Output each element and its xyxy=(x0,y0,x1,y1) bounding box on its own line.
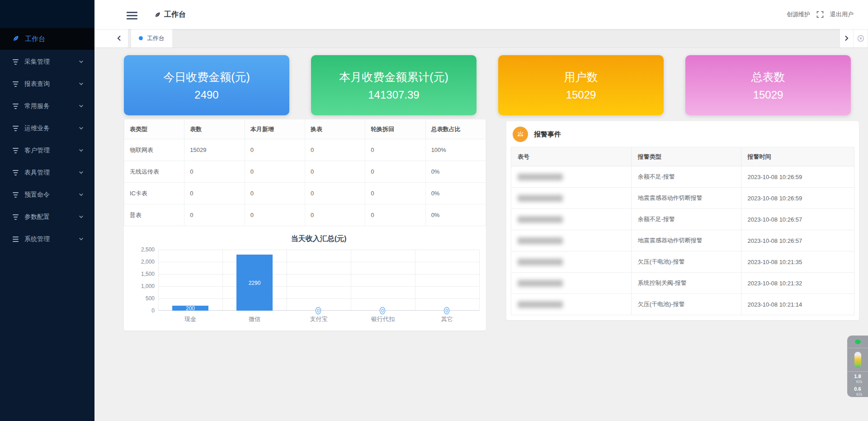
table-cell: 0 xyxy=(305,204,365,226)
alarm-time-cell: 2023-10-08 10:26:57 xyxy=(741,230,854,251)
tabs-scroll-right-button[interactable] xyxy=(840,29,854,47)
table-row: 欠压(干电池)-报警2023-10-08 10:21:35 xyxy=(511,251,854,273)
zero-value-marker: 0 xyxy=(444,307,449,314)
tab-workbench[interactable]: 工作台 xyxy=(131,29,172,47)
sidebar-item[interactable]: 客户管理 xyxy=(0,139,94,161)
chevron-down-icon xyxy=(79,214,84,219)
table-cell: 0 xyxy=(365,204,425,226)
sidebar-item-label: 报表查询 xyxy=(24,80,50,88)
sidebar-item[interactable]: 运维业务 xyxy=(0,117,94,139)
column-header: 报警时间 xyxy=(741,147,854,166)
blurred-meter-number xyxy=(518,174,563,180)
alarm-time-cell: 2023-10-08 10:26:59 xyxy=(741,188,854,209)
sidebar-item-label: 运维业务 xyxy=(24,124,50,132)
filter-icon xyxy=(12,81,19,87)
fullscreen-icon[interactable] xyxy=(816,11,824,18)
blurred-meter-number xyxy=(518,216,563,223)
sidebar-item[interactable]: 表具管理 xyxy=(0,161,94,184)
table-row: 欠压(干电池)-报警2023-10-08 10:21:14 xyxy=(511,294,854,315)
x-axis-category-label: 微信 xyxy=(222,315,287,323)
column-header: 表数 xyxy=(184,119,245,139)
alarm-events-panel: 报警事件 表号报警类型报警时间 余额不足-报警2023-10-08 10:26:… xyxy=(506,121,859,320)
alarm-type-cell: 地震震感器动作切断报警 xyxy=(631,230,741,251)
meter-no-cell xyxy=(511,188,632,209)
meter-no-cell xyxy=(511,294,632,315)
blurred-meter-number xyxy=(518,195,563,202)
maintenance-link[interactable]: 创源维护 xyxy=(787,10,810,19)
sidebar-item[interactable]: 采集管理 xyxy=(0,51,94,73)
stat-card-today-income: 今日收费金额(元) 2490 xyxy=(124,55,289,115)
arrow-down-icon: ↓ xyxy=(853,392,855,397)
table-cell: 0 xyxy=(365,139,425,161)
tab-bar: 工作台 xyxy=(94,29,868,48)
table-cell: 0 xyxy=(245,139,305,161)
sidebar-item[interactable]: 参数配置 xyxy=(0,206,94,228)
alarm-type-cell: 系统控制关阀-报警 xyxy=(631,273,741,294)
stat-card-title: 总表数 xyxy=(751,70,785,85)
table-row: 物联网表15029000100% xyxy=(124,139,486,161)
gridline xyxy=(222,250,223,311)
table-cell: 0 xyxy=(365,161,425,183)
stat-card-value: 141307.39 xyxy=(368,89,419,101)
table-cell: 0 xyxy=(305,183,365,204)
alarm-events-table: 表号报警类型报警时间 余额不足-报警2023-10-08 10:26:59地震震… xyxy=(511,147,854,315)
gridline xyxy=(351,250,351,311)
gridline xyxy=(158,250,479,250)
alarm-siren-icon xyxy=(513,127,528,142)
download-speed-value: 0.6 xyxy=(854,386,861,392)
x-axis-category-label: 现金 xyxy=(158,315,222,323)
x-axis-category-label: 其它 xyxy=(415,315,479,323)
download-speed-unit: ↓ K/s xyxy=(853,392,862,397)
alarm-type-cell: 余额不足-报警 xyxy=(631,209,741,230)
hamburger-menu-icon[interactable] xyxy=(127,12,137,19)
tabs-scroll-left-button[interactable] xyxy=(94,29,128,47)
meter-no-cell xyxy=(511,209,632,230)
table-cell: 0 xyxy=(184,204,245,226)
table-row: 余额不足-报警2023-10-08 10:26:59 xyxy=(511,166,854,188)
table-row: 普表00000% xyxy=(124,204,486,226)
blurred-meter-number xyxy=(518,259,563,265)
page-title-group: 工作台 xyxy=(154,0,186,29)
alarm-time-cell: 2023-10-08 10:21:14 xyxy=(741,294,854,315)
meter-summary-panel: 表类型表数本月新增换表轮换拆回总表数占比 物联网表15029000100%无线远… xyxy=(124,119,486,331)
sidebar-item[interactable]: 系统管理 xyxy=(0,228,94,250)
sidebar-item[interactable]: 报表查询 xyxy=(0,73,94,95)
logout-link[interactable]: 退出用户 xyxy=(830,10,854,19)
leaf-icon xyxy=(12,35,19,43)
y-axis-tick-label: 1,000 xyxy=(127,283,155,289)
column-header: 换表 xyxy=(305,119,365,139)
chevron-down-icon xyxy=(79,148,84,153)
filter-icon xyxy=(12,192,19,198)
network-speed-widget[interactable]: 1.8 ↑ K/s 0.6 ↓ K/s xyxy=(847,336,868,397)
table-cell: 0 xyxy=(184,183,245,204)
tab-label: 工作台 xyxy=(147,34,165,43)
meter-table-header: 表类型表数本月新增换表轮换拆回总表数占比 xyxy=(124,119,486,139)
chevron-down-icon xyxy=(79,81,84,86)
table-cell: 15029 xyxy=(184,139,245,161)
y-axis-tick-label: 0 xyxy=(127,307,155,314)
sidebar-item[interactable]: 预置命令 xyxy=(0,184,94,206)
tabs-close-icon[interactable] xyxy=(854,29,868,47)
stat-card-value: 15029 xyxy=(753,89,783,101)
daily-income-bar-chart: 05001,0001,5002,0002,500200现金2290微信0支付宝0… xyxy=(158,250,479,311)
table-cell: 0 xyxy=(305,139,365,161)
alarm-time-cell: 2023-10-08 10:21:32 xyxy=(741,273,854,294)
status-dot-icon xyxy=(855,340,861,344)
table-cell: 0 xyxy=(245,183,305,204)
column-header: 报警类型 xyxy=(631,147,741,166)
chevron-down-icon xyxy=(79,192,84,197)
y-axis-tick-label: 2,500 xyxy=(127,246,155,253)
alarm-type-cell: 欠压(干电池)-报警 xyxy=(631,294,741,315)
stat-card-user-count: 用户数 15029 xyxy=(498,55,664,115)
column-header: 总表数占比 xyxy=(425,119,486,139)
zero-value-marker: 0 xyxy=(380,307,385,314)
sidebar-item-workbench-active[interactable]: 工作台 xyxy=(0,28,94,50)
table-cell: 普表 xyxy=(124,204,184,226)
bar-value-label: 2290 xyxy=(236,280,273,286)
column-header: 本月新增 xyxy=(245,119,305,139)
y-axis-tick-label: 500 xyxy=(127,295,155,302)
sidebar-item[interactable]: 常用服务 xyxy=(0,95,94,117)
meter-no-cell xyxy=(511,251,632,273)
sidebar-item-label: 系统管理 xyxy=(24,235,50,243)
stat-card-title: 今日收费金额(元) xyxy=(163,70,250,85)
